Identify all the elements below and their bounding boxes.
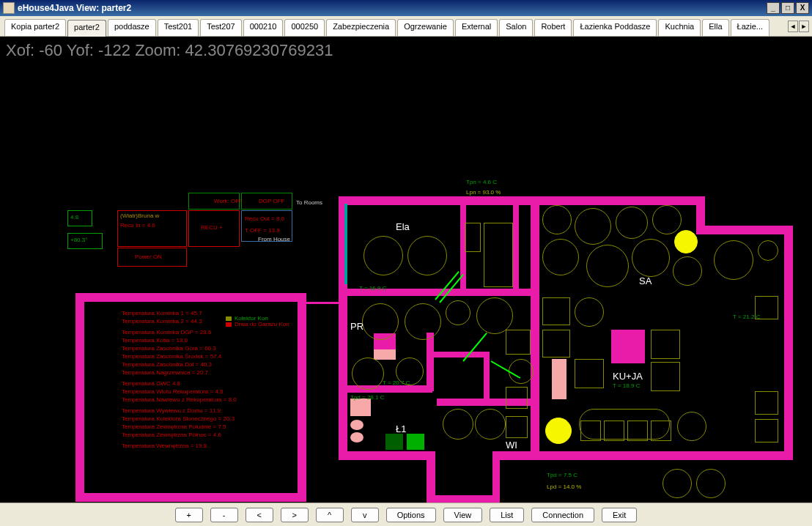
device-icon[interactable] [446, 300, 470, 325]
tab-test207[interactable]: Test207 [200, 19, 242, 36]
tab-lazienka-cut[interactable]: Łazie... [731, 19, 769, 36]
temp-pr: T = 20.7 C [383, 379, 410, 386]
tab-salon[interactable]: Salon [499, 19, 533, 36]
device-icon[interactable] [651, 421, 671, 441]
device-icon[interactable] [673, 256, 702, 286]
device-icon[interactable] [580, 421, 601, 441]
device-icon[interactable] [407, 236, 447, 275]
view-button[interactable]: View [443, 508, 483, 522]
device-icon[interactable] [755, 419, 778, 442]
tab-000250[interactable]: 000250 [284, 19, 325, 36]
val-48: 4.8 [70, 214, 78, 221]
device-icon[interactable] [586, 245, 629, 287]
device-icon[interactable] [652, 205, 682, 234]
device-icon[interactable] [405, 303, 441, 340]
wall [427, 352, 485, 358]
device-icon[interactable] [506, 387, 528, 409]
zoom-out-button[interactable]: - [210, 508, 238, 522]
tab-test201[interactable]: Test201 [158, 19, 199, 36]
tab-lazienka-poddasze[interactable]: Łazienka Poddasze [573, 19, 657, 36]
device-icon[interactable] [362, 303, 399, 340]
pan-up-button[interactable]: ^ [316, 508, 344, 522]
device-icon[interactable] [506, 416, 528, 438]
window-title: eHouse4Java View: parter2 [18, 3, 131, 13]
device-icon[interactable] [604, 421, 624, 441]
pan-left-button[interactable]: < [246, 508, 273, 522]
list-button[interactable]: List [490, 508, 524, 522]
tab-ella[interactable]: Ella [702, 19, 728, 36]
furniture[interactable] [374, 349, 396, 360]
device-icon[interactable] [484, 223, 513, 287]
pan-down-button[interactable]: v [351, 508, 379, 522]
device-icon[interactable] [696, 469, 726, 498]
fixture-icon[interactable] [350, 432, 363, 442]
sensor-row: Temperatura Wewnętrzna = 19.8 [122, 442, 290, 449]
sensor-row: Temperatura Kotła = 18.0 [122, 337, 290, 344]
light-on-icon[interactable] [545, 418, 572, 444]
tab-000210[interactable]: 000210 [243, 19, 284, 36]
device-icon[interactable] [677, 412, 706, 441]
device-icon[interactable] [352, 358, 384, 390]
wiat-bruna: (Wiatr)Bruna w [120, 212, 159, 219]
tab-robert[interactable]: Robert [534, 19, 572, 36]
tab-scroll-right[interactable]: ► [799, 21, 809, 32]
furniture[interactable] [552, 359, 566, 399]
device-icon[interactable] [363, 236, 403, 275]
work-off: Work: OFF [214, 198, 243, 204]
val-803: +80.3° [70, 237, 87, 243]
light-on-icon[interactable] [674, 230, 698, 253]
device-icon[interactable] [575, 208, 611, 245]
sensor-row: Temperatura Nagrzewnica = 20.7 [122, 369, 290, 376]
device-icon[interactable] [651, 362, 680, 391]
furniture[interactable] [385, 434, 403, 450]
maximize-button[interactable]: □ [781, 2, 794, 14]
device-icon[interactable] [755, 391, 778, 415]
temp-lpn: Lpn = 93.0 % [466, 189, 501, 196]
tab-scroll-left[interactable]: ◄ [788, 21, 798, 32]
connection-button[interactable]: Connection [531, 508, 594, 522]
device-icon[interactable] [443, 409, 473, 440]
close-button[interactable]: X [796, 2, 809, 14]
floorplan-canvas[interactable]: Xof: -60 Yof: -122 Zoom: 42.307692307692… [0, 37, 812, 503]
furniture[interactable] [350, 399, 371, 416]
device-icon[interactable] [509, 359, 534, 384]
tab-ogrzewanie[interactable]: Ogrzewanie [397, 19, 454, 36]
temp-top: Tpn = 4.6 C [466, 179, 497, 185]
furniture[interactable] [611, 330, 645, 363]
device-icon[interactable] [465, 223, 481, 252]
device-icon[interactable] [758, 240, 778, 261]
device-icon[interactable] [662, 469, 692, 498]
device-icon[interactable] [714, 240, 753, 280]
tab-kopia-parter2[interactable]: Kopia parter2 [4, 19, 66, 36]
options-button[interactable]: Options [386, 508, 436, 522]
device-icon[interactable] [542, 330, 570, 358]
tab-kuchnia[interactable]: Kuchnia [658, 19, 701, 36]
tab-external[interactable]: External [455, 19, 498, 36]
zoom-in-button[interactable]: + [175, 508, 203, 522]
device-icon[interactable] [575, 359, 604, 388]
device-icon[interactable] [575, 297, 604, 327]
tab-parter2[interactable]: parter2 [67, 20, 106, 37]
minimize-button[interactable]: _ [767, 2, 780, 14]
pan-right-button[interactable]: > [281, 508, 309, 522]
window-segment [344, 204, 347, 284]
device-icon[interactable] [506, 330, 531, 355]
furniture[interactable] [407, 434, 424, 450]
device-icon[interactable] [627, 421, 648, 441]
tab-poddasze[interactable]: poddasze [108, 19, 156, 36]
device-icon[interactable] [542, 297, 570, 325]
device-icon[interactable] [476, 297, 513, 334]
fixture-icon[interactable] [350, 420, 363, 430]
device-icon[interactable] [542, 205, 572, 234]
device-icon[interactable] [616, 207, 648, 239]
device-icon[interactable] [632, 239, 670, 277]
device-icon[interactable] [651, 330, 680, 359]
wall [696, 451, 793, 460]
tab-zabezpieczenia[interactable]: Zabezpieczenia [326, 19, 396, 36]
exit-button[interactable]: Exit [602, 508, 637, 522]
device-icon[interactable] [475, 409, 506, 440]
device-icon[interactable] [542, 239, 579, 275]
sensor-row: Temperatura Zewnętrzna Północ = 4.6 [122, 431, 290, 438]
sensor-row: Temperatura Zasobnika Środek = 57.4 [122, 353, 290, 360]
wall [696, 226, 791, 234]
